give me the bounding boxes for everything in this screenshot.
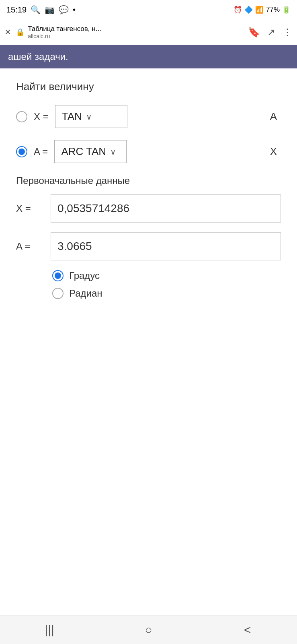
home-nav-icon[interactable]: ○	[136, 618, 160, 642]
unit-radian-option[interactable]: Радиан	[52, 288, 281, 299]
row-arctan: A = ARC TAN ∨ X	[16, 140, 281, 163]
main-content: Найти величину X = TAN ∨ A A = ARC TAN ∨…	[0, 68, 297, 315]
radio-tan[interactable]	[16, 111, 27, 122]
purple-bar-text: ашей задачи.	[8, 51, 68, 62]
row-arctan-label: A =	[34, 146, 48, 157]
browser-bar: × 🔒 Таблица тангенсов, н... allcalc.ru 🔖…	[0, 19, 297, 45]
more-options-icon[interactable]: ⋮	[283, 27, 292, 38]
browser-actions: 🔖 ↗ ⋮	[248, 27, 292, 38]
battery-icon: 🔋	[282, 6, 291, 14]
time-display: 15:19	[6, 5, 27, 14]
battery-display: 77%	[266, 6, 280, 14]
purple-header-bar: ашей задачи.	[0, 45, 297, 68]
inputs-title: Первоначальные данные	[16, 175, 281, 186]
row-arctan-suffix: X	[270, 145, 281, 158]
bottom-nav: ||| ○ <	[0, 615, 297, 644]
select-tan[interactable]: TAN ∨	[55, 105, 127, 128]
camera-icon: 📷	[45, 5, 55, 14]
input-x-field[interactable]	[51, 194, 281, 223]
status-right: ⏰ 🔷 📶 77% 🔋	[234, 6, 291, 14]
status-bar: 15:19 🔍 📷 💬 • ⏰ 🔷 📶 77% 🔋	[0, 0, 297, 19]
radio-arctan[interactable]	[16, 146, 27, 157]
input-a-label: A =	[16, 241, 44, 252]
input-section: Первоначальные данные X = A = Градус Рад…	[16, 175, 281, 299]
radio-radian[interactable]	[52, 288, 63, 299]
chevron-down-icon-2: ∨	[110, 147, 116, 157]
close-tab-button[interactable]: ×	[5, 26, 11, 38]
alarm-icon: ⏰	[234, 6, 242, 14]
signal-icon: 📶	[255, 6, 264, 14]
browser-title-text: Таблица тангенсов, н... allcalc.ru	[28, 25, 101, 39]
bluetooth-icon: 🔷	[244, 6, 253, 14]
lock-icon: 🔒	[16, 28, 25, 37]
row-tan: X = TAN ∨ A	[16, 105, 281, 128]
row-tan-label: X =	[34, 111, 49, 122]
find-value-title: Найти величину	[16, 80, 281, 93]
radian-label: Радиан	[69, 288, 102, 299]
page-title: Таблица тангенсов, н...	[28, 25, 101, 33]
share-icon[interactable]: ↗	[267, 27, 275, 38]
radio-gradus[interactable]	[52, 270, 63, 281]
select-arctan[interactable]: ARC TAN ∨	[54, 140, 127, 163]
select-arctan-value: ARC TAN	[61, 145, 106, 158]
unit-gradus-option[interactable]: Градус	[52, 270, 281, 281]
gradus-label: Градус	[69, 270, 100, 281]
search-icon: 🔍	[31, 5, 41, 14]
browser-title-area[interactable]: 🔒 Таблица тангенсов, н... allcalc.ru	[16, 25, 243, 39]
domain-label: allcalc.ru	[28, 33, 101, 39]
bookmark-icon[interactable]: 🔖	[248, 27, 260, 38]
unit-options: Градус Радиан	[16, 270, 281, 299]
input-x-label: X =	[16, 203, 44, 214]
input-a-field[interactable]	[51, 232, 281, 260]
chevron-down-icon: ∨	[86, 112, 92, 122]
status-left: 15:19 🔍 📷 💬 •	[6, 5, 76, 14]
select-tan-value: TAN	[62, 110, 82, 123]
dot-indicator: •	[73, 5, 76, 14]
input-x-row: X =	[16, 194, 281, 223]
menu-nav-icon[interactable]: |||	[37, 618, 61, 642]
back-nav-icon[interactable]: <	[236, 618, 260, 642]
whatsapp-icon: 💬	[59, 5, 69, 14]
input-a-row: A =	[16, 232, 281, 260]
row-tan-suffix: A	[270, 110, 281, 123]
